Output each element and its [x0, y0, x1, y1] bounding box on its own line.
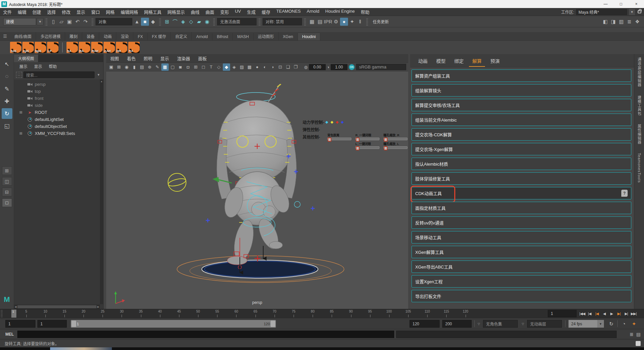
step-back-frame-icon[interactable]: |◀ — [594, 310, 600, 317]
light-editor-icon[interactable]: ✦ — [348, 18, 356, 26]
redo-icon[interactable]: ↷ — [82, 18, 90, 26]
step-forward-frame-icon[interactable]: ▶| — [616, 310, 622, 317]
menu-item[interactable]: 显示 — [73, 9, 88, 15]
workspace-lock-icon[interactable] — [638, 10, 641, 13]
frame-tick[interactable]: 90 — [341, 309, 360, 318]
exposure-field[interactable]: 0.00 — [309, 64, 326, 70]
group-grip[interactable] — [366, 18, 368, 26]
active-surface-field[interactable]: 无激活曲面 — [217, 18, 257, 25]
snap-curve-icon[interactable]: ⌒ — [171, 18, 179, 26]
shelf-tab[interactable]: Arnold — [192, 33, 212, 40]
menu-item[interactable]: Houdini Engine — [322, 9, 358, 15]
resolution-gate-icon[interactable]: ◙ — [177, 63, 184, 71]
frame-tick[interactable]: 35 — [131, 309, 150, 318]
range-start-handle[interactable] — [71, 321, 76, 327]
xray-joints-icon[interactable]: ❐ — [292, 63, 299, 71]
frame-tick[interactable]: 110 — [418, 309, 437, 318]
smooth-shade-icon[interactable]: ◆ — [223, 63, 230, 71]
current-frame-marker[interactable]: 1 — [11, 310, 16, 318]
render-view-icon[interactable]: ▦ — [308, 18, 316, 26]
command-input[interactable] — [17, 331, 394, 338]
menu-item[interactable]: 文件 — [0, 9, 15, 15]
rig-mini-slider[interactable]: 瞳孔缩放_R — [383, 133, 408, 140]
fps-select[interactable]: 24 fps — [569, 320, 597, 328]
layout-four-view-icon[interactable]: ⊞ — [2, 166, 12, 175]
grease-pencil-icon[interactable]: ✎ — [154, 63, 161, 71]
image-plane-icon[interactable]: ▤ — [138, 63, 146, 71]
save-scene-icon[interactable]: ▣ — [65, 18, 73, 26]
frame-tick[interactable]: 5 — [17, 309, 36, 318]
panel-tab[interactable]: 解算 — [469, 55, 485, 67]
play-backwards-icon[interactable]: ◀ — [601, 310, 608, 317]
frame-tick[interactable]: 65 — [246, 309, 265, 318]
outliner-filter-icon[interactable]: ⛶ — [16, 72, 22, 78]
select-component-icon[interactable]: ◆ — [149, 18, 157, 26]
field-chart-icon[interactable]: ⊞ — [192, 63, 199, 71]
tool-button[interactable]: CDK动画工具 ? — [412, 187, 631, 199]
tool-button[interactable]: 反转uv的v通道 — [412, 216, 631, 229]
menu-item[interactable]: 曲线 — [188, 9, 202, 15]
rig-slider-track[interactable] — [383, 138, 408, 140]
move-tool-icon[interactable]: ✚ — [2, 96, 12, 107]
time-slider-grip[interactable] — [1, 310, 3, 317]
rotate-tool-icon[interactable]: ↻ — [2, 108, 12, 119]
shelf-tab[interactable]: Bifrost — [212, 33, 233, 40]
workspace-select[interactable]: Maya 经典* — [576, 9, 627, 15]
tool-button[interactable]: 解算资产组装工具 — [412, 69, 631, 82]
outliner-search-input[interactable]: 搜索... — [23, 71, 95, 78]
snap-grid-icon[interactable]: ⊞ — [163, 18, 171, 26]
render-current-frame-icon[interactable]: ▤ — [316, 18, 324, 26]
tool-button[interactable]: 提交农场-CDK解算 — [412, 128, 631, 141]
gamma-field[interactable]: 1.00 — [331, 64, 347, 70]
two-d-pan-zoom-icon[interactable]: ⊕ — [146, 63, 153, 71]
safe-action-icon[interactable]: ◻ — [200, 63, 207, 71]
outliner-horizontal-scrollbar[interactable]: ◀▶ — [14, 305, 100, 309]
frame-tick[interactable]: 20 — [74, 309, 93, 318]
layer-editor-toggle-icon[interactable]: ❖ — [633, 18, 641, 26]
symmetry-select[interactable]: 对称: 禁用 — [263, 18, 302, 25]
help-badge[interactable]: ? — [621, 190, 628, 197]
selection-mask-select[interactable]: 对象 — [96, 18, 132, 25]
shelf-item-ra[interactable]: RA — [128, 42, 140, 53]
current-time-field[interactable]: 1 — [548, 310, 577, 317]
grid-icon[interactable]: ▦ — [161, 63, 169, 71]
time-slider[interactable]: 1 51015202530354045505560657075808590951… — [0, 309, 644, 318]
render-settings-icon[interactable]: ⚙ — [332, 18, 340, 26]
shelf-item-sos[interactable]: SoS — [10, 42, 21, 53]
gem-blue-icon[interactable]: ◆ — [341, 120, 343, 124]
group-grip[interactable] — [159, 18, 161, 26]
menu-item[interactable]: TEAMONES — [273, 9, 304, 15]
panel-tab[interactable]: 模型 — [433, 55, 449, 67]
view-transform-select[interactable]: sRGB gamma — [356, 64, 406, 70]
wireframe-icon[interactable]: ◇ — [215, 63, 222, 71]
tool-button[interactable]: XGen导出ABC工具 — [412, 260, 631, 273]
outliner-item[interactable]: front — [14, 95, 100, 102]
safe-title-icon[interactable]: T — [207, 63, 215, 71]
shelf-item-aps[interactable]: ApS — [22, 42, 34, 53]
frame-tick[interactable]: 25 — [93, 309, 112, 318]
workspace-dropdown-arrow-icon[interactable]: ▼ — [629, 9, 635, 15]
shelf-item-ba[interactable]: BA — [79, 42, 90, 53]
playback-loop-icon[interactable]: ↻ — [607, 320, 615, 328]
textured-icon[interactable]: ▨ — [238, 63, 246, 71]
menu-item[interactable]: 创建 — [29, 9, 44, 15]
viewport-menu-item[interactable]: 渲染器 — [173, 55, 194, 61]
taskbar-thumbnail[interactable] — [50, 347, 112, 350]
tool-button[interactable]: 面指定材质工具 — [412, 202, 631, 214]
rig-mini-slider[interactable]: 瞳孔缩放_L — [383, 142, 408, 149]
anim-layer-select[interactable]: 无动画层 — [527, 320, 562, 328]
make-live-icon[interactable]: ◉ — [203, 18, 211, 26]
animation-start-field[interactable]: 1 — [5, 320, 35, 328]
shelf-item-lp[interactable]: LP — [47, 42, 58, 53]
rig-slider-track[interactable] — [355, 146, 379, 149]
modeling-toolkit-toggle-icon[interactable]: ◧ — [601, 18, 609, 26]
frame-tick[interactable]: 60 — [227, 309, 246, 318]
occlusion-icon[interactable]: ◐ — [261, 63, 269, 71]
rig-mini-slider[interactable]: 背包脱离 — [327, 133, 351, 140]
menu-item[interactable]: 选择 — [44, 9, 59, 15]
film-gate-icon[interactable]: ▢ — [169, 63, 176, 71]
frame-tick[interactable]: 80 — [303, 309, 322, 318]
viewport-canvas[interactable]: 动力学控制- ◆◆◆◆ 弹性控制- 其他控制- 背包 — [106, 71, 408, 309]
gem-cyan-icon[interactable]: ◆ — [325, 120, 328, 124]
shelf-item-rah[interactable]: RAH — [91, 42, 103, 53]
